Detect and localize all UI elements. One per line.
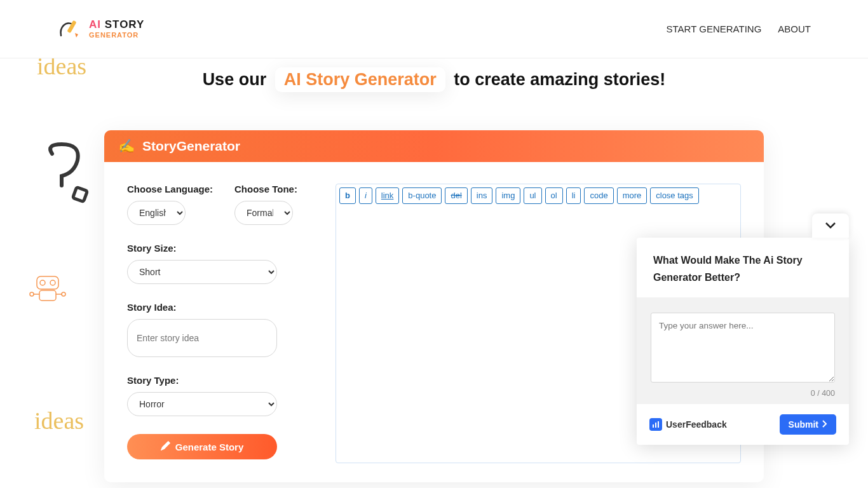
svg-rect-0 xyxy=(67,20,76,32)
ideas-doodle: ideas xyxy=(34,407,84,435)
toolbar-blockquote-button[interactable]: b-quote xyxy=(402,187,442,204)
svg-rect-2 xyxy=(72,187,87,201)
toolbar-link-button[interactable]: link xyxy=(376,187,400,204)
feedback-textarea[interactable] xyxy=(651,313,835,383)
type-select[interactable]: Horror xyxy=(127,392,277,416)
chevron-down-icon xyxy=(825,220,836,231)
idea-label: Story Idea: xyxy=(127,302,297,313)
tone-select[interactable]: Formal xyxy=(234,201,293,225)
toolbar-img-button[interactable]: img xyxy=(496,187,520,204)
story-idea-input[interactable] xyxy=(127,319,277,357)
language-label: Choose Language: xyxy=(127,184,213,194)
toolbar-ins-button[interactable]: ins xyxy=(471,187,493,204)
userfeedback-brand[interactable]: UserFeedback xyxy=(649,418,727,431)
tagline: Use our AI Story Generator to create ama… xyxy=(0,67,868,92)
svg-point-10 xyxy=(62,292,65,296)
logo-text: AI STORY GENERATOR xyxy=(89,19,144,39)
type-label: Story Type: xyxy=(127,375,297,386)
toolbar-bold-button[interactable]: b xyxy=(339,187,356,204)
size-select[interactable]: Short xyxy=(127,260,277,284)
feedback-question: What Would Make The Ai Story Generator B… xyxy=(637,238,849,297)
svg-marker-1 xyxy=(75,33,78,37)
logo[interactable]: AI STORY GENERATOR xyxy=(57,17,144,42)
svg-point-4 xyxy=(40,280,45,285)
writing-hand-icon: ✍️ xyxy=(118,139,135,154)
editor-toolbar: b i link b-quote del ins img ul ol li co… xyxy=(336,184,740,207)
toolbar-ul-button[interactable]: ul xyxy=(524,187,541,204)
svg-rect-13 xyxy=(658,421,659,428)
toolbar-italic-button[interactable]: i xyxy=(359,187,372,204)
tone-label: Choose Tone: xyxy=(234,184,297,194)
nav-about[interactable]: ABOUT xyxy=(778,24,811,34)
feedback-widget: What Would Make The Ai Story Generator B… xyxy=(637,238,849,445)
userfeedback-icon xyxy=(649,418,662,431)
language-select[interactable]: English xyxy=(127,201,186,225)
svg-point-9 xyxy=(30,292,34,296)
pencil-icon xyxy=(161,441,170,452)
svg-rect-11 xyxy=(653,424,654,428)
svg-point-5 xyxy=(50,280,55,285)
svg-rect-12 xyxy=(655,423,656,428)
toolbar-more-button[interactable]: more xyxy=(617,187,648,204)
feedback-submit-button[interactable]: Submit xyxy=(780,414,836,435)
feedback-collapse-tab[interactable] xyxy=(812,214,849,238)
question-mark-doodle xyxy=(39,141,97,214)
card-header: ✍️ StoryGenerator xyxy=(104,130,764,162)
generate-story-button[interactable]: Generate Story xyxy=(127,434,277,459)
svg-rect-3 xyxy=(37,276,58,289)
toolbar-ol-button[interactable]: ol xyxy=(545,187,563,204)
nav-start-generating[interactable]: START GENERATING xyxy=(667,24,762,34)
toolbar-close-tags-button[interactable]: close tags xyxy=(650,187,699,204)
chevron-right-icon xyxy=(822,419,827,430)
robot-doodle xyxy=(25,264,70,311)
card-title: StoryGenerator xyxy=(142,139,240,154)
feedback-char-count: 0 / 400 xyxy=(651,389,835,398)
tagline-highlight: AI Story Generator xyxy=(284,70,437,89)
svg-rect-6 xyxy=(39,290,56,301)
size-label: Story Size: xyxy=(127,243,297,254)
toolbar-code-button[interactable]: code xyxy=(584,187,613,204)
logo-pencil-icon xyxy=(57,17,83,42)
toolbar-li-button[interactable]: li xyxy=(566,187,581,204)
toolbar-del-button[interactable]: del xyxy=(445,187,467,204)
